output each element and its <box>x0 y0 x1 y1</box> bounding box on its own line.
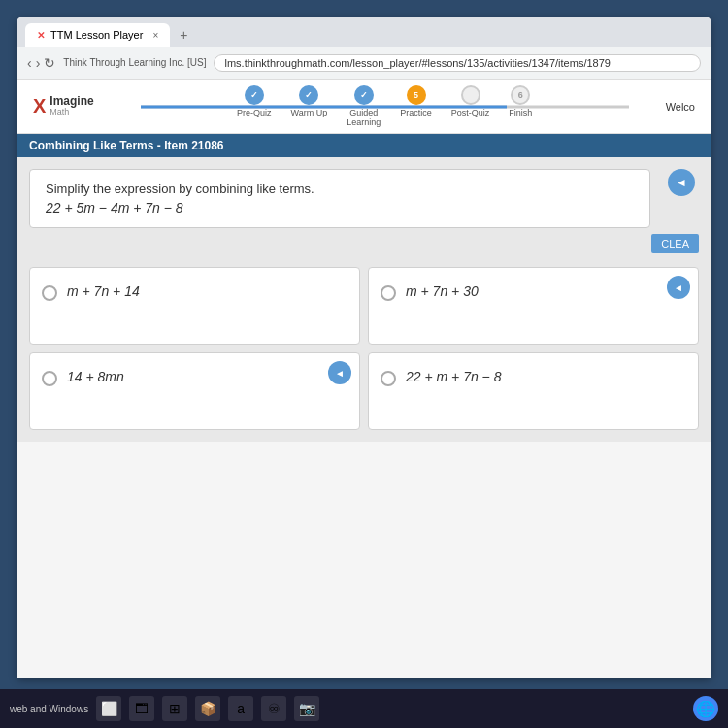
step-circle-warm-up: ✓ <box>299 85 318 105</box>
choice-a-math: m + 7n + 14 <box>67 283 140 299</box>
tab-title: TTM Lesson Player <box>50 29 143 41</box>
tab-close-button[interactable]: × <box>152 30 158 41</box>
taskbar-icon-infinity[interactable]: ♾ <box>261 696 286 721</box>
choice-c[interactable]: ◄ 14 + 8mn <box>29 352 360 430</box>
choice-a-radio[interactable] <box>42 285 57 301</box>
question-box: Simplify the expression by combining lik… <box>29 169 650 228</box>
step-pre-quiz[interactable]: ✓ Pre-Quiz <box>237 85 272 117</box>
lesson-nav: X Imagine Math ✓ Pre-Quiz <box>17 80 711 134</box>
taskbar: web and Windows ⬜ 🗔 ⊞ 📦 a ♾ 📷 🌐 <box>0 689 728 728</box>
browser-window: ✕ TTM Lesson Player × + ‹ › ↻ Think Thro… <box>17 17 711 678</box>
question-expression: 22 + 5m − 4m + 7n − 8 <box>46 200 634 215</box>
tab-favicon: ✕ <box>37 30 45 41</box>
main-audio-button[interactable]: ◄ <box>668 169 695 196</box>
address-bar: ‹ › ↻ Think Through Learning Inc. [US] l… <box>17 47 711 80</box>
forward-button[interactable]: › <box>36 55 41 71</box>
new-tab-button[interactable]: + <box>174 25 193 45</box>
choice-c-math: 14 + 8mn <box>67 369 124 384</box>
logo-text: Imagine Math <box>50 95 93 117</box>
taskbar-icon-start[interactable]: ⊞ <box>162 696 187 721</box>
main-content: ◄ Simplify the expression by combining l… <box>17 157 711 442</box>
active-tab[interactable]: ✕ TTM Lesson Player × <box>25 23 170 47</box>
step-label-pre-quiz: Pre-Quiz <box>237 108 272 117</box>
steps-container: ✓ Pre-Quiz ✓ Warm Up ✓ GuidedLearning <box>237 85 532 127</box>
step-practice[interactable]: 5 Practice <box>400 85 432 117</box>
taskbar-icon-a[interactable]: a <box>228 696 253 721</box>
step-label-practice: Practice <box>400 108 432 117</box>
choice-b-audio-icon: ◄ <box>674 282 683 293</box>
step-finish[interactable]: 6 Finish <box>509 85 532 117</box>
choice-b[interactable]: ◄ m + 7n + 30 <box>368 267 699 345</box>
step-guided[interactable]: ✓ GuidedLearning <box>347 85 381 127</box>
taskbar-icon-square[interactable]: ⬜ <box>96 696 121 721</box>
step-label-guided: GuidedLearning <box>347 108 381 127</box>
choice-c-audio-icon: ◄ <box>335 368 345 379</box>
step-label-finish: Finish <box>509 108 532 117</box>
step-circle-guided: ✓ <box>354 85 374 105</box>
item-title-bar: Combining Like Terms - Item 21086 <box>17 134 711 157</box>
taskbar-icon-camera[interactable]: 📷 <box>294 696 319 721</box>
logo-area: X Imagine Math <box>33 95 94 117</box>
question-text: Simplify the expression by combining lik… <box>46 182 634 196</box>
audio-icon: ◄ <box>676 176 687 189</box>
clear-button[interactable]: CLEA <box>651 234 699 253</box>
logo-math: Math <box>50 108 93 117</box>
step-label-post-quiz: Post-Quiz <box>451 108 490 117</box>
choice-c-audio-button[interactable]: ◄ <box>328 361 351 384</box>
address-input[interactable]: lms.thinkthroughmath.com/lesson_player/#… <box>214 54 701 72</box>
desktop: ✕ TTM Lesson Player × + ‹ › ↻ Think Thro… <box>0 0 728 728</box>
step-circle-post-quiz <box>461 85 480 105</box>
step-circle-practice: 5 <box>407 85 426 105</box>
taskbar-icon-chrome[interactable]: 🌐 <box>693 696 718 721</box>
taskbar-icon-box[interactable]: 📦 <box>195 696 220 721</box>
taskbar-icon-window[interactable]: 🗔 <box>129 696 154 721</box>
item-title: Combining Like Terms - Item 21086 <box>29 139 224 152</box>
choice-d-math: 22 + m + 7n − 8 <box>406 369 501 384</box>
step-circle-pre-quiz: ✓ <box>245 85 264 105</box>
step-post-quiz[interactable]: Post-Quiz <box>451 85 490 117</box>
step-label-warm-up: Warm Up <box>291 108 328 117</box>
clear-area: CLEA <box>29 228 699 259</box>
refresh-button[interactable]: ↻ <box>44 55 55 71</box>
choice-b-math: m + 7n + 30 <box>406 283 479 299</box>
welcome-text: Welco <box>666 101 695 113</box>
logo-icon: X <box>33 95 46 117</box>
choice-a[interactable]: m + 7n + 14 <box>29 267 360 345</box>
site-label: Think Through Learning Inc. [US] <box>63 57 206 68</box>
choice-d-radio[interactable] <box>381 371 396 386</box>
taskbar-label: web and Windows <box>10 704 88 714</box>
step-warm-up[interactable]: ✓ Warm Up <box>291 85 328 117</box>
choice-b-audio-button[interactable]: ◄ <box>667 276 690 299</box>
tab-bar: ✕ TTM Lesson Player × + <box>17 17 711 47</box>
page-content: X Imagine Math ✓ Pre-Quiz <box>17 80 711 678</box>
progress-steps: ✓ Pre-Quiz ✓ Warm Up ✓ GuidedLearning <box>114 85 656 127</box>
choice-b-radio[interactable] <box>381 285 396 301</box>
step-circle-finish: 6 <box>511 85 530 105</box>
choice-d[interactable]: 22 + m + 7n − 8 <box>368 352 699 430</box>
browser-nav: ‹ › ↻ <box>27 55 55 71</box>
choice-c-radio[interactable] <box>42 371 57 386</box>
choices-grid: m + 7n + 14 ◄ m + 7n + 30 ◄ <box>29 267 699 430</box>
back-button[interactable]: ‹ <box>27 55 32 71</box>
